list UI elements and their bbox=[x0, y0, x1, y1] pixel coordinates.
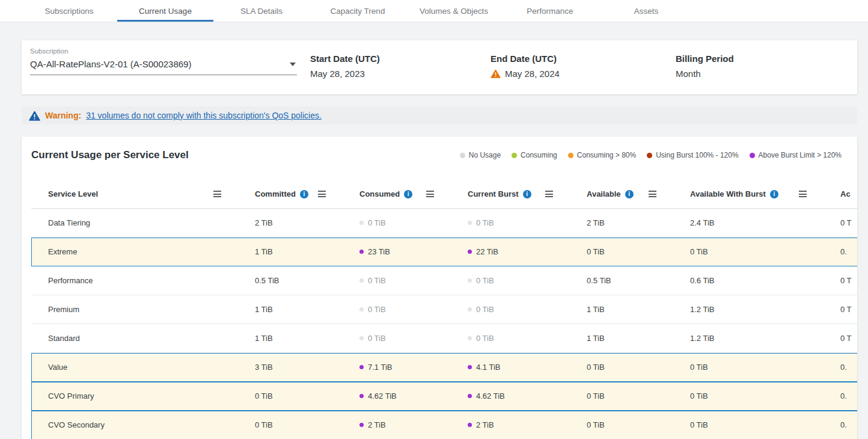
service-level-name: Data Tiering bbox=[48, 218, 90, 227]
usage-status-dot bbox=[468, 336, 472, 340]
cell-service-level: Standard bbox=[31, 334, 238, 343]
cell-available-with-burst: 1.2 TiB bbox=[673, 334, 824, 343]
column-menu-icon[interactable] bbox=[799, 191, 807, 197]
tab-current-usage[interactable]: Current Usage bbox=[117, 0, 213, 22]
subscription-select[interactable]: Subscription QA-All-RatePlans-V2-01 (A-S… bbox=[30, 48, 297, 75]
qos-noncompliance-link[interactable]: 31 volumes do not comply with this subsc… bbox=[86, 111, 322, 120]
column-label: Committed bbox=[255, 189, 296, 198]
cell-available: 0 TiB bbox=[570, 363, 673, 372]
start-date-field: Start Date (UTC) May 28, 2023 bbox=[310, 54, 380, 79]
cell-value: 0. bbox=[840, 420, 847, 429]
usage-status-dot bbox=[359, 250, 364, 254]
cell-value: 0 T bbox=[840, 305, 852, 314]
cell-available: 0 TiB bbox=[570, 247, 673, 256]
cell-value: 1 TiB bbox=[255, 305, 273, 314]
cell-current-burst: 0 TiB bbox=[451, 334, 570, 343]
warning-label: Warning: bbox=[45, 111, 81, 120]
tab-capacity-trend[interactable]: Capacity Trend bbox=[310, 0, 406, 22]
column-menu-icon[interactable] bbox=[545, 191, 553, 197]
info-icon[interactable] bbox=[300, 190, 308, 198]
cell-value: 0 TiB bbox=[587, 247, 605, 256]
cell-available-with-burst: 0.6 TiB bbox=[673, 276, 824, 285]
cell-service-level: Performance bbox=[31, 276, 238, 285]
cell-value: 2 TiB bbox=[476, 420, 494, 429]
cell-value: 0. bbox=[840, 247, 847, 256]
start-date-label: Start Date (UTC) bbox=[310, 54, 380, 64]
cell-service-level: CVO Primary bbox=[31, 391, 238, 401]
col-consumed: Consumed bbox=[343, 189, 451, 198]
cell-available: 0.5 TiB bbox=[570, 276, 673, 285]
column-menu-icon[interactable] bbox=[213, 191, 221, 197]
cell-value: 0 T bbox=[840, 218, 852, 227]
cell-value: 0 TiB bbox=[690, 247, 708, 256]
tab-bar: Subscriptions Current Usage SLA Details … bbox=[0, 0, 868, 22]
subscription-summary-card: Subscription QA-All-RatePlans-V2-01 (A-S… bbox=[22, 40, 857, 94]
billing-period-field: Billing Period Month bbox=[676, 54, 734, 79]
cell-committed: 0 TiB bbox=[238, 391, 343, 401]
usage-status-dot bbox=[359, 307, 364, 312]
column-menu-icon[interactable] bbox=[426, 191, 434, 197]
usage-status-dot bbox=[359, 278, 364, 283]
usage-legend: No Usage Consuming Consuming > 80% Using… bbox=[460, 151, 842, 159]
column-label: Available bbox=[587, 189, 621, 198]
column-label: Consumed bbox=[359, 189, 400, 198]
column-label: Current Burst bbox=[468, 189, 519, 198]
col-available-with-burst: Available With Burst bbox=[673, 189, 824, 198]
info-icon[interactable] bbox=[770, 190, 778, 198]
column-menu-icon[interactable] bbox=[649, 191, 656, 197]
cell-available: 1 TiB bbox=[570, 305, 673, 314]
usage-table: Service Level Committed Consumed Current… bbox=[31, 180, 857, 439]
cell-value: 0 TiB bbox=[690, 363, 708, 372]
cell-value: 1 TiB bbox=[587, 305, 605, 314]
cell-value: 2 TiB bbox=[255, 218, 273, 227]
cell-value: 2 TiB bbox=[587, 218, 605, 227]
cell-accrued: 0. bbox=[824, 363, 857, 372]
cell-accrued: 0 T bbox=[824, 218, 857, 227]
column-menu-icon[interactable] bbox=[318, 191, 326, 197]
tab-performance[interactable]: Performance bbox=[502, 0, 598, 22]
cell-current-burst: 22 TiB bbox=[451, 247, 570, 256]
cell-accrued: 0. bbox=[824, 420, 857, 429]
service-level-name: Performance bbox=[48, 276, 93, 285]
legend-label: Using Burst 100% - 120% bbox=[656, 151, 738, 159]
cell-value: 7.1 TiB bbox=[368, 363, 392, 372]
info-icon[interactable] bbox=[404, 190, 412, 198]
cell-committed: 0.5 TiB bbox=[238, 276, 343, 285]
service-level-name: CVO Primary bbox=[48, 391, 94, 401]
cell-service-level: Extreme bbox=[31, 247, 238, 256]
cell-available: 0 TiB bbox=[570, 420, 673, 429]
cell-value: 1 TiB bbox=[255, 334, 273, 343]
usage-status-dot bbox=[359, 365, 364, 369]
legend-item-using-burst: Using Burst 100% - 120% bbox=[647, 151, 738, 159]
col-accrued: Ac bbox=[824, 189, 857, 198]
cell-current-burst: 0 TiB bbox=[451, 305, 570, 314]
cell-value: 0 TiB bbox=[476, 334, 494, 343]
legend-item-above-burst: Above Burst Limit > 120% bbox=[750, 151, 842, 159]
cell-value: 0 TiB bbox=[476, 305, 494, 314]
cell-consumed: 4.62 TiB bbox=[343, 391, 451, 401]
cell-consumed: 0 TiB bbox=[343, 276, 451, 285]
cell-value: 1.2 TiB bbox=[690, 305, 714, 314]
cell-available-with-burst: 0 TiB bbox=[673, 391, 824, 401]
table-row-data-tiering: Data Tiering 2 TiB 0 TiB 0 TiB 2 TiB 2.4… bbox=[31, 209, 857, 238]
current-usage-panel: Current Usage per Service Level No Usage… bbox=[22, 137, 857, 439]
info-icon[interactable] bbox=[523, 190, 531, 198]
cell-service-level: Premium bbox=[31, 305, 238, 314]
col-service-level: Service Level bbox=[31, 189, 238, 198]
usage-status-dot bbox=[359, 423, 364, 427]
info-icon[interactable] bbox=[625, 190, 634, 198]
service-level-name: Premium bbox=[48, 305, 79, 314]
cell-value: 3 TiB bbox=[255, 363, 273, 372]
tab-sla-details[interactable]: SLA Details bbox=[213, 0, 310, 22]
cell-value: 0 TiB bbox=[368, 334, 386, 343]
cell-available: 0 TiB bbox=[570, 391, 673, 401]
cell-value: 0 T bbox=[840, 334, 852, 343]
cell-accrued: 0. bbox=[824, 247, 857, 256]
cell-value: 23 TiB bbox=[368, 247, 390, 256]
tab-volumes-objects[interactable]: Volumes & Objects bbox=[406, 0, 502, 22]
tab-subscriptions[interactable]: Subscriptions bbox=[21, 0, 117, 22]
tab-assets[interactable]: Assets bbox=[598, 0, 694, 22]
table-row-performance: Performance 0.5 TiB 0 TiB 0 TiB 0.5 TiB … bbox=[31, 266, 857, 295]
cell-current-burst: 0 TiB bbox=[451, 218, 570, 227]
cell-current-burst: 0 TiB bbox=[451, 276, 570, 285]
